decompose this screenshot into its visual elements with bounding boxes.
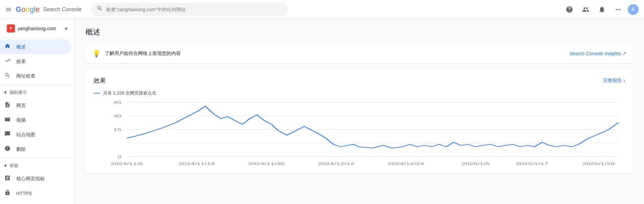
sidebar-item-video[interactable]: 视频 (0, 113, 72, 127)
main-content: 概述 💡 了解用户如何在网络上发现您的内容 Search Console Ins… (75, 19, 644, 204)
section-indexing-label: 编制索引 (9, 89, 27, 96)
property-icon: Y (7, 24, 15, 33)
section-experience-header[interactable]: ▾ 体验 (0, 160, 74, 171)
sidebar-item-pages-label: 网页 (16, 103, 26, 109)
header: Google Search Console (0, 0, 644, 19)
insight-link-label: Search Console Insights (569, 51, 621, 56)
performance-icon (4, 58, 11, 65)
sidebar-item-cwv-label: 核心网页指标 (16, 176, 45, 182)
chart-legend-text: 共有 1,229 次网页搜索点击 (103, 90, 156, 96)
search-icon (97, 5, 103, 13)
chart-legend: 共有 1,229 次网页搜索点击 (94, 90, 625, 96)
divider-1 (0, 38, 74, 38)
svg-text:2024/11/18: 2024/11/18 (178, 162, 215, 166)
menu-icon[interactable] (5, 6, 12, 13)
sidebar-item-https[interactable]: HTTPS (0, 186, 72, 201)
svg-text:2024/12/12: 2024/12/12 (318, 162, 354, 166)
google-logo: Google Search Console (16, 5, 82, 14)
pages-icon (4, 102, 11, 109)
sidebar-item-cwv[interactable]: 核心网页指标 (0, 171, 72, 186)
sidebar-item-performance-label: 效果 (16, 59, 26, 65)
header-actions: A (563, 3, 639, 16)
legend-line-indicator (94, 93, 100, 94)
expand-icon: ▾ (4, 89, 7, 96)
sidebar-item-https-label: HTTPS (16, 191, 32, 196)
section-experience-label: 体验 (9, 163, 18, 169)
sidebar-item-url-inspect[interactable]: 网址检查 (0, 69, 72, 83)
svg-text:30: 30 (113, 114, 121, 118)
search-bar[interactable] (91, 3, 288, 16)
divider-3 (0, 158, 74, 158)
cwv-icon (4, 175, 11, 183)
home-icon (4, 43, 11, 51)
svg-text:2024/12/24: 2024/12/24 (388, 162, 424, 166)
sidebar-item-url-inspect-label: 网址检查 (16, 73, 35, 79)
insight-text: 了解用户如何在网络上发现您的内容 (105, 50, 565, 57)
property-selector[interactable]: Y yanghaixiong.com ▾ (3, 22, 72, 35)
sidebar-item-performance[interactable]: 效果 (0, 54, 72, 69)
card-header: 效果 完整报告 › (94, 77, 625, 85)
video-icon (4, 116, 11, 124)
performance-card: 效果 完整报告 › 共有 1,229 次网页搜索点击 (85, 70, 633, 174)
svg-text:15: 15 (113, 127, 121, 131)
svg-text:2024/11/30: 2024/11/30 (248, 162, 285, 166)
full-report-label: 完整报告 (603, 78, 622, 84)
insight-bulb-icon: 💡 (92, 49, 101, 58)
svg-text:0: 0 (117, 155, 121, 159)
external-link-icon: ↗ (622, 51, 626, 56)
svg-text:2025/1/17: 2025/1/17 (516, 162, 548, 166)
product-name: Search Console (43, 6, 82, 13)
page-title: 概述 (85, 27, 633, 37)
sidebar-item-sitemap[interactable]: 站点地图 (0, 127, 72, 142)
insight-banner: 💡 了解用户如何在网络上发现您的内容 Search Console Insigh… (85, 44, 633, 63)
chart-svg: 45 30 15 0 2024/11/6 2024/11/18 2024/11/… (94, 99, 625, 167)
search-console-insights-link[interactable]: Search Console Insights ↗ (569, 51, 626, 56)
chevron-right-icon: › (623, 78, 625, 84)
svg-text:2025/1/5: 2025/1/5 (461, 162, 490, 166)
section-indexing-header[interactable]: ▾ 编制索引 (0, 86, 74, 98)
sidebar-item-pages[interactable]: 网页 (0, 98, 72, 113)
sidebar: Y yanghaixiong.com ▾ 概述 效果 (0, 19, 75, 204)
card-title: 效果 (94, 77, 106, 85)
inspect-icon (4, 72, 11, 80)
performance-chart: 45 30 15 0 2024/11/6 2024/11/18 2024/11/… (94, 99, 625, 167)
svg-text:2025/1/29: 2025/1/29 (582, 162, 615, 166)
divider-2 (0, 85, 74, 85)
notifications-icon[interactable] (595, 3, 609, 16)
sidebar-item-removals-label: 删除 (16, 146, 26, 152)
https-icon (4, 189, 11, 197)
main-layout: Y yanghaixiong.com ▾ 概述 效果 (0, 19, 644, 204)
sidebar-item-overview[interactable]: 概述 (0, 40, 72, 54)
sidebar-item-removals[interactable]: 删除 (0, 142, 72, 157)
search-input[interactable] (106, 7, 282, 12)
sidebar-item-sitemap-label: 站点地图 (16, 132, 35, 138)
sitemap-icon (4, 131, 11, 139)
performance-line (127, 106, 618, 148)
help-icon[interactable] (563, 3, 576, 16)
expand-icon-2: ▾ (4, 162, 7, 169)
users-icon[interactable] (579, 3, 592, 16)
svg-text:45: 45 (113, 100, 121, 104)
sidebar-item-video-label: 视频 (16, 117, 26, 123)
apps-icon[interactable] (611, 3, 625, 16)
property-name: yanghaixiong.com (18, 26, 62, 31)
svg-text:2024/11/6: 2024/11/6 (111, 162, 143, 166)
sidebar-item-overview-label: 概述 (16, 44, 26, 50)
avatar[interactable]: A (628, 4, 639, 15)
full-report-link[interactable]: 完整报告 › (603, 78, 625, 84)
dropdown-icon: ▾ (65, 25, 67, 32)
removals-icon (4, 145, 11, 153)
